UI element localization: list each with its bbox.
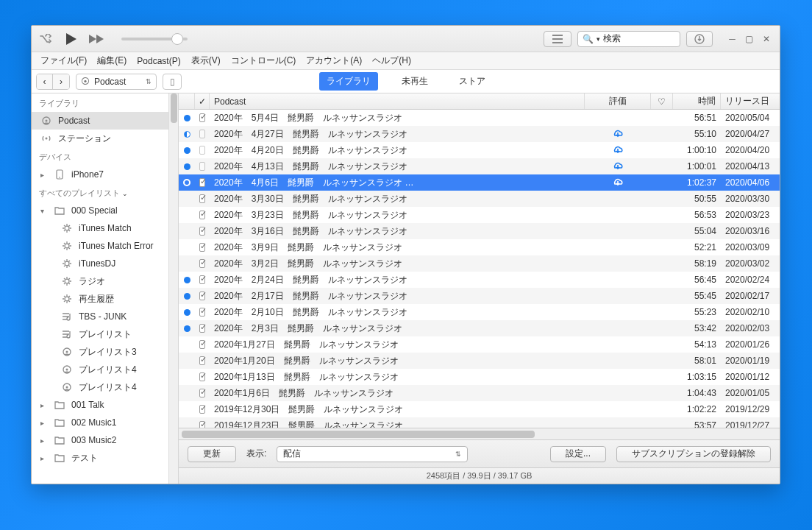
col-rating[interactable]: 評価 [585,93,651,109]
table-row[interactable]: 2020年 4月13日 髭男爵 ルネッサンスラジオ1:00:012020/04/… [179,158,780,174]
download-queue-button[interactable] [686,31,713,47]
play-button[interactable] [61,30,82,48]
table-row[interactable]: 2020年1月20日 髭男爵 ルネッサンスラジオ58:012020/01/19 [179,353,780,369]
table-row[interactable]: 2020年 3月23日 髭男爵 ルネッサンスラジオ56:532020/03/23 [179,207,780,223]
row-checkbox[interactable] [195,272,210,288]
shuffle-icon[interactable] [36,30,57,48]
unsubscribe-button[interactable]: サブスクリプションの登録解除 [616,446,771,462]
sidebar-item[interactable]: プレイリスト4 [32,361,168,378]
sidebar-heading[interactable]: すべてのプレイリスト ⌄ [32,183,168,202]
love-cell[interactable] [651,126,673,142]
row-checkbox[interactable] [195,353,210,369]
update-button[interactable]: 更新 [188,446,236,462]
tab-unplayed[interactable]: 未再生 [394,72,435,91]
disclosure-triangle-icon[interactable]: ▾ [40,207,48,215]
sidebar-item[interactable]: ▸iPhone7 [32,166,168,183]
row-checkbox[interactable] [195,126,210,142]
cloud-download-icon[interactable] [611,160,624,173]
download-cell[interactable] [585,288,651,304]
row-checkbox[interactable] [195,304,210,320]
download-cell[interactable] [585,272,651,288]
table-row[interactable]: 2020年 2月24日 髭男爵 ルネッサンスラジオ56:452020/02/24 [179,272,780,288]
table-row[interactable]: 2020年 3月9日 髭男爵 ルネッサンスラジオ52:212020/03/09 [179,239,780,255]
sidebar-item[interactable]: iTunes Match [32,219,168,237]
col-status[interactable] [179,93,195,109]
table-row[interactable]: 2020年 3月16日 髭男爵 ルネッサンスラジオ55:042020/03/16 [179,223,780,239]
horizontal-scrollbar[interactable] [179,428,780,439]
sidebar-item[interactable]: ▸001 Talk [32,396,168,414]
col-release[interactable]: リリース日 [721,93,780,109]
table-row[interactable]: 2020年 5月4日 髭男爵 ルネッサンスラジオ56:512020/05/04 [179,110,780,126]
sidebar-item[interactable]: ▸002 Music1 [32,414,168,431]
cloud-download-icon[interactable] [611,176,624,189]
row-checkbox[interactable] [195,142,210,158]
download-cell[interactable] [585,126,651,142]
settings-button[interactable]: 設定... [550,446,606,462]
row-checkbox[interactable] [195,385,210,401]
love-cell[interactable] [651,417,673,428]
menu-item[interactable]: 編集(E) [93,53,131,68]
row-checkbox[interactable] [195,191,210,207]
love-cell[interactable] [651,239,673,255]
row-checkbox[interactable] [195,288,210,304]
love-cell[interactable] [651,369,673,385]
nav-forward-button[interactable]: › [53,74,69,89]
love-cell[interactable] [651,142,673,158]
love-cell[interactable] [651,272,673,288]
sidebar-item[interactable]: TBS - JUNK [32,308,168,325]
sidebar-item[interactable]: プレイリスト [32,325,168,343]
love-cell[interactable] [651,385,673,401]
love-cell[interactable] [651,320,673,336]
sidebar-item[interactable]: ラジオ [32,272,168,290]
row-checkbox[interactable] [195,401,210,417]
download-cell[interactable] [585,320,651,336]
menu-item[interactable]: ファイル(F) [36,53,91,68]
sidebar-item[interactable]: ▸003 Music2 [32,431,168,449]
sidebar-item[interactable]: Podcast [32,112,168,130]
download-cell[interactable] [585,174,651,191]
download-cell[interactable] [585,239,651,255]
table-row[interactable]: 2020年 3月2日 髭男爵 ルネッサンスラジオ58:192020/03/02 [179,255,780,272]
love-cell[interactable] [651,191,673,207]
row-checkbox[interactable] [195,174,210,191]
tab-store[interactable]: ストア [452,72,493,91]
menu-item[interactable]: ヘルプ(H) [368,53,416,68]
table-row[interactable]: 2020年 4月20日 髭男爵 ルネッサンスラジオ1:00:102020/04/… [179,142,780,158]
download-cell[interactable] [585,142,651,158]
table-row[interactable]: 2020年 2月3日 髭男爵 ルネッサンスラジオ53:422020/02/03 [179,320,780,336]
menu-item[interactable]: アカウント(A) [302,53,366,68]
row-checkbox[interactable] [195,336,210,353]
download-cell[interactable] [585,158,651,174]
row-checkbox[interactable] [195,255,210,272]
row-checkbox[interactable] [195,158,210,174]
disclosure-triangle-icon[interactable]: ▸ [40,419,48,427]
download-cell[interactable] [585,417,651,428]
sidebar-item[interactable]: 再生履歴 [32,290,168,308]
row-checkbox[interactable] [195,239,210,255]
col-podcast[interactable]: Podcast [210,93,585,109]
download-cell[interactable] [585,223,651,239]
love-cell[interactable] [651,288,673,304]
love-cell[interactable] [651,336,673,353]
row-checkbox[interactable] [195,369,210,385]
list-view-button[interactable] [544,31,571,47]
table-row[interactable]: 2020年 3月30日 髭男爵 ルネッサンスラジオ50:552020/03/30 [179,191,780,207]
download-cell[interactable] [585,304,651,320]
minimize-button[interactable]: ─ [727,34,737,43]
table-row[interactable]: 2020年 2月10日 髭男爵 ルネッサンスラジオ55:232020/02/10 [179,304,780,320]
sidebar-scrollbar[interactable] [168,93,178,484]
cloud-download-icon[interactable] [611,127,624,141]
sidebar-item[interactable]: iTunesDJ [32,255,168,272]
love-cell[interactable] [651,110,673,126]
media-type-selector[interactable]: ⦿ Podcast ⇅ [76,74,157,90]
close-button[interactable]: ✕ [761,34,771,43]
love-cell[interactable] [651,174,673,191]
sidebar-item[interactable]: プレイリスト3 [32,343,168,361]
table-row[interactable]: 2020年1月6日 髭男爵 ルネッサンスラジオ1:04:432020/01/05 [179,385,780,401]
sidebar-item[interactable]: プレイリスト4 [32,378,168,396]
row-checkbox[interactable] [195,417,210,428]
download-cell[interactable] [585,110,651,126]
table-row[interactable]: 2019年12月30日 髭男爵 ルネッサンスラジオ1:02:222019/12/… [179,401,780,417]
row-checkbox[interactable] [195,223,210,239]
download-cell[interactable] [585,207,651,223]
